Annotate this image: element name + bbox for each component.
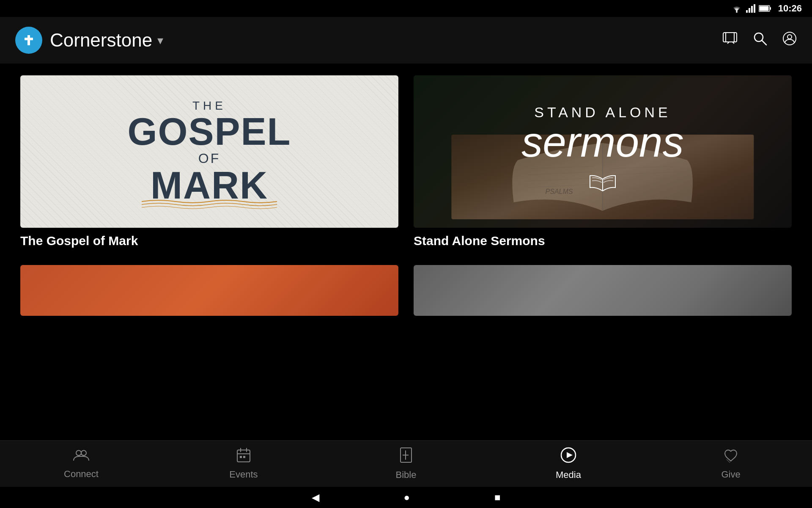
svg-rect-2 bbox=[749, 8, 750, 13]
card-gospel-of-mark[interactable]: THE GOSPEL OF MARK The Gospel of Mark bbox=[20, 75, 398, 250]
card-sermons-label: Stand Alone Sermons bbox=[414, 234, 792, 250]
search-icon[interactable] bbox=[753, 31, 767, 50]
wifi-icon bbox=[731, 4, 743, 13]
gray-card-bg bbox=[414, 265, 792, 316]
gospel-mark-text: THE GOSPEL OF MARK bbox=[127, 99, 291, 204]
gospel-mark-mark-label: MARK bbox=[127, 166, 291, 204]
nav-item-events[interactable]: Events bbox=[162, 443, 325, 484]
nav-item-give[interactable]: Give bbox=[650, 443, 812, 484]
home-button[interactable]: ● bbox=[404, 491, 410, 503]
nav-item-media[interactable]: Media bbox=[487, 443, 650, 485]
svg-point-26 bbox=[76, 450, 81, 456]
gospel-mark-gospel-label: GOSPEL bbox=[127, 113, 291, 151]
chat-icon[interactable] bbox=[722, 31, 738, 50]
events-label: Events bbox=[229, 469, 258, 480]
svg-point-0 bbox=[736, 11, 738, 13]
card-thumbnail-4 bbox=[414, 265, 792, 316]
bible-label: Bible bbox=[396, 469, 417, 480]
card-thumbnail-gospel-of-mark: THE GOSPEL OF MARK bbox=[20, 75, 398, 228]
bottom-nav: Connect Events Bible bbox=[0, 440, 812, 487]
media-icon bbox=[560, 447, 576, 467]
svg-marker-39 bbox=[567, 452, 573, 458]
open-book-icon bbox=[521, 171, 683, 199]
dropdown-chevron[interactable]: ▾ bbox=[157, 33, 163, 47]
battery-icon bbox=[759, 5, 771, 12]
top-bar: Cornerstone ▾ bbox=[0, 17, 812, 64]
app-title: Cornerstone bbox=[50, 30, 152, 51]
svg-rect-4 bbox=[754, 4, 755, 13]
recents-button[interactable]: ■ bbox=[494, 491, 501, 503]
back-button[interactable]: ◀ bbox=[312, 491, 319, 503]
card-thumbnail-3 bbox=[20, 265, 398, 316]
svg-point-27 bbox=[81, 450, 86, 456]
card-thumbnail-sermons: PSALMS STAND ALONE sermons bbox=[414, 75, 792, 228]
top-bar-actions bbox=[722, 31, 797, 50]
signal-icon bbox=[746, 4, 755, 13]
main-content: THE GOSPEL OF MARK The Gospel of Mark bbox=[0, 64, 812, 461]
gospel-mark-of-label: OF bbox=[127, 151, 291, 166]
bible-icon bbox=[400, 447, 412, 467]
svg-rect-10 bbox=[25, 38, 33, 40]
svg-rect-6 bbox=[770, 7, 771, 10]
svg-point-16 bbox=[787, 35, 792, 39]
svg-rect-3 bbox=[751, 6, 753, 13]
svg-rect-12 bbox=[726, 33, 734, 42]
sermons-sermons-label: sermons bbox=[521, 121, 683, 163]
nav-item-bible[interactable]: Bible bbox=[325, 443, 487, 485]
svg-rect-33 bbox=[243, 456, 245, 458]
card-stand-alone-sermons[interactable]: PSALMS STAND ALONE sermons bbox=[414, 75, 792, 250]
church-cross-icon bbox=[20, 32, 37, 49]
system-nav-bar: ◀ ● ■ bbox=[0, 487, 812, 508]
svg-rect-32 bbox=[240, 456, 242, 458]
card-4[interactable] bbox=[414, 265, 792, 316]
connect-icon bbox=[73, 448, 90, 466]
give-label: Give bbox=[721, 469, 740, 480]
orange-card-bg bbox=[20, 265, 398, 316]
media-label: Media bbox=[556, 469, 581, 480]
cards-grid: THE GOSPEL OF MARK The Gospel of Mark bbox=[20, 75, 792, 316]
give-icon bbox=[723, 447, 738, 467]
svg-rect-11 bbox=[723, 33, 737, 42]
connect-label: Connect bbox=[64, 469, 99, 480]
svg-rect-1 bbox=[746, 10, 748, 13]
svg-point-13 bbox=[754, 33, 763, 41]
status-icons: 10:26 bbox=[731, 3, 802, 14]
app-logo[interactable] bbox=[15, 27, 42, 54]
status-bar: 10:26 bbox=[0, 0, 812, 17]
card-gospel-mark-label: The Gospel of Mark bbox=[20, 234, 398, 250]
account-icon[interactable] bbox=[782, 31, 797, 50]
card-3[interactable] bbox=[20, 265, 398, 316]
nav-item-connect[interactable]: Connect bbox=[0, 444, 162, 484]
events-icon bbox=[236, 447, 251, 467]
svg-rect-7 bbox=[759, 6, 768, 11]
status-time: 10:26 bbox=[778, 3, 802, 14]
svg-line-14 bbox=[762, 41, 766, 45]
sermons-text: STAND ALONE sermons bbox=[521, 104, 683, 199]
